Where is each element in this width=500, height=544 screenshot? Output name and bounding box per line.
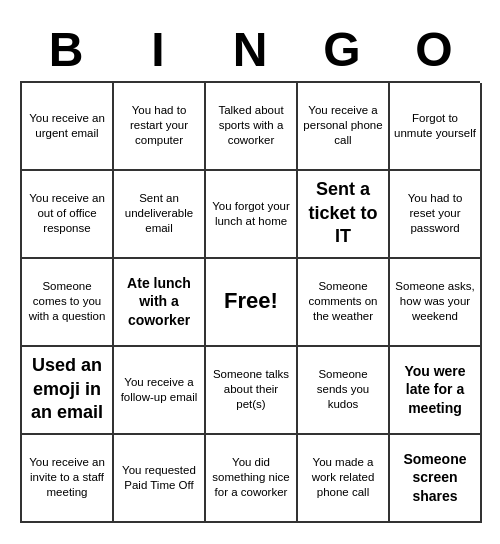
bingo-grid: You receive an urgent emailYou had to re… bbox=[20, 81, 480, 523]
bingo-cell-16[interactable]: You receive a follow-up email bbox=[114, 347, 206, 435]
bingo-cell-3[interactable]: You receive a personal phone call bbox=[298, 83, 390, 171]
bingo-cell-5[interactable]: You receive an out of office response bbox=[22, 171, 114, 259]
bingo-cell-1[interactable]: You had to restart your computer bbox=[114, 83, 206, 171]
bingo-cell-4[interactable]: Forgot to unmute yourself bbox=[390, 83, 482, 171]
bingo-cell-6[interactable]: Sent an undeliverable email bbox=[114, 171, 206, 259]
bingo-letter-i: I bbox=[114, 22, 202, 77]
bingo-cell-9[interactable]: You had to reset your password bbox=[390, 171, 482, 259]
bingo-cell-11[interactable]: Ate lunch with a coworker bbox=[114, 259, 206, 347]
bingo-cell-23[interactable]: You made a work related phone call bbox=[298, 435, 390, 523]
bingo-cell-24[interactable]: Someone screen shares bbox=[390, 435, 482, 523]
bingo-cell-15[interactable]: Used an emoji in an email bbox=[22, 347, 114, 435]
bingo-cell-7[interactable]: You forgot your lunch at home bbox=[206, 171, 298, 259]
bingo-cell-8[interactable]: Sent a ticket to IT bbox=[298, 171, 390, 259]
bingo-cell-21[interactable]: You requested Paid Time Off bbox=[114, 435, 206, 523]
bingo-cell-0[interactable]: You receive an urgent email bbox=[22, 83, 114, 171]
bingo-cell-19[interactable]: You were late for a meeting bbox=[390, 347, 482, 435]
bingo-letter-o: O bbox=[390, 22, 478, 77]
bingo-letter-g: G bbox=[298, 22, 386, 77]
bingo-cell-13[interactable]: Someone comments on the weather bbox=[298, 259, 390, 347]
bingo-cell-17[interactable]: Someone talks about their pet(s) bbox=[206, 347, 298, 435]
bingo-header: BINGO bbox=[20, 22, 480, 77]
bingo-card: BINGO You receive an urgent emailYou had… bbox=[10, 12, 490, 533]
bingo-letter-b: B bbox=[22, 22, 110, 77]
bingo-cell-12[interactable]: Free! bbox=[206, 259, 298, 347]
bingo-cell-18[interactable]: Someone sends you kudos bbox=[298, 347, 390, 435]
bingo-cell-10[interactable]: Someone comes to you with a question bbox=[22, 259, 114, 347]
bingo-cell-22[interactable]: You did something nice for a coworker bbox=[206, 435, 298, 523]
bingo-cell-14[interactable]: Someone asks, how was your weekend bbox=[390, 259, 482, 347]
bingo-cell-20[interactable]: You receive an invite to a staff meeting bbox=[22, 435, 114, 523]
bingo-letter-n: N bbox=[206, 22, 294, 77]
bingo-cell-2[interactable]: Talked about sports with a coworker bbox=[206, 83, 298, 171]
